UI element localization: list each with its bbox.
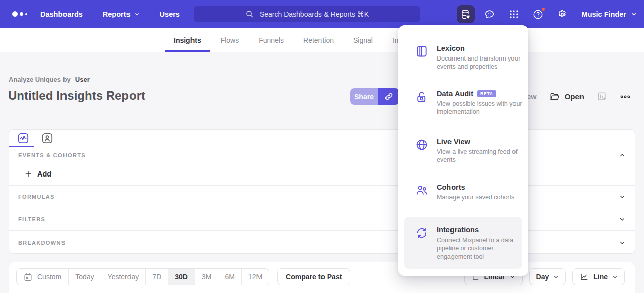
menu-item-description: View possible issues with your implement… [437,100,529,116]
feedback-button[interactable] [481,5,499,23]
segment-label: 30D [175,273,188,281]
tab-flows[interactable]: Flows [212,28,248,52]
report-tabbar: Insights Flows Funnels Retention Signal … [0,28,644,52]
menu-item-description: View a live streaming feed of events [437,148,529,164]
segment-label: Custom [37,273,61,281]
segment-label: 6M [225,273,234,281]
app-window: Dashboards Reports Users Search Dashboar… [0,0,644,293]
line-chart-icon [579,272,589,281]
logo-dot [25,13,27,15]
report-actions: New Open [522,88,631,105]
date-segment-custom[interactable]: Custom [17,269,69,285]
nav-item-users[interactable]: Users [160,10,180,18]
copy-link-button[interactable] [378,88,399,105]
menu-item-title: Cohorts [437,183,465,191]
menu-item-description: Connect Mixpanel to a data pipeline or c… [437,236,529,261]
tab-insights[interactable]: Insights [165,28,210,52]
workspace-selector[interactable]: Music Finder [582,10,637,18]
nav-item-reports[interactable]: Reports [103,10,140,18]
beta-badge: BETA [477,90,496,98]
database-gear-icon [460,9,471,20]
sync-arrows-icon [415,226,428,240]
events-cohorts-section-header[interactable]: EVENTS & COHORTS [9,147,635,163]
nav-item-label: Reports [103,10,131,18]
tab-label: Flows [221,36,239,44]
tab-retention[interactable]: Retention [294,28,343,52]
tab-funnels[interactable]: Funnels [249,28,293,52]
gear-icon [557,9,568,20]
breakdowns-section-header[interactable]: BREAKDOWNS [9,231,635,254]
segment-label: 3M [202,273,211,281]
menu-item-live-view[interactable]: Live View View a live streaming feed of … [398,138,528,164]
segment-label: Today [75,273,94,281]
formulas-section-header[interactable]: FORMULAS [9,186,635,208]
events-metrics-tab[interactable] [17,132,30,145]
date-segment-7d[interactable]: 7D [146,269,168,285]
search-icon [245,9,254,19]
nav-right-cluster: Music Finder [457,5,637,23]
date-segment-today[interactable]: Today [69,269,101,285]
tab-signal[interactable]: Signal [344,28,382,52]
data-management-button[interactable] [457,5,475,23]
tab-label: Retention [303,36,334,44]
folder-open-icon [549,91,560,102]
nav-links: Dashboards Reports Users [40,0,180,28]
page-title[interactable]: Untitled Insights Report [8,89,145,103]
context-value-user[interactable]: User [75,76,90,83]
granularity-selector-button[interactable]: Day [529,268,566,285]
menu-item-lexicon[interactable]: Lexicon Document and transform your even… [398,44,528,71]
compare-to-past-button[interactable]: Compare to Past [277,268,350,285]
search-input[interactable]: Search Dashboards & Reports ⌘K [194,6,420,22]
apps-grid-button[interactable] [505,5,523,23]
nav-item-label: Dashboards [40,10,83,18]
add-to-board-button[interactable] [597,91,607,102]
menu-item-title: Lexicon [437,44,465,52]
menu-item-text: Cohorts Manage your saved cohorts [437,183,529,201]
chat-bubble-icon [484,9,495,20]
add-event-button[interactable]: Add [24,170,51,178]
logo-dot [12,11,18,17]
ellipsis-icon [620,91,631,102]
search-placeholder: Search Dashboards & Reports ⌘K [260,10,369,18]
share-button[interactable]: Share [350,88,378,105]
date-segment-12m[interactable]: 12M [242,269,269,285]
filters-section-header[interactable]: FILTERS [9,208,635,231]
menu-item-text: Lexicon Document and transform your even… [437,44,529,71]
mixpanel-logo[interactable] [12,11,27,17]
nav-item-dashboards[interactable]: Dashboards [40,10,83,18]
menu-item-data-audit[interactable]: Data Audit BETA View possible issues wit… [398,90,528,116]
share-split-button: Share [350,88,399,105]
menu-item-integrations[interactable]: Integrations Connect Mixpanel to a data … [398,226,528,261]
data-management-dropdown: Lexicon Document and transform your even… [398,25,528,276]
section-label: BREAKDOWNS [18,240,66,246]
chart-toolbar-panel: Custom Today Yesterday 7D 30D 3M 6M 12M … [9,262,635,293]
chevron-down-icon [612,274,618,280]
user-profiles-tab[interactable] [41,132,54,145]
granularity-label: Day [536,273,549,281]
section-label: FILTERS [18,216,45,222]
active-builder-tab-underline [9,146,34,147]
chevron-down-icon [134,12,140,17]
help-button[interactable] [529,5,547,23]
menu-item-title: Data Audit [437,90,473,98]
date-segment-3m[interactable]: 3M [195,269,218,285]
menu-item-title: Live View [437,138,470,146]
globe-icon [415,138,428,151]
open-label: Open [565,92,584,101]
data-audit-lock-icon [415,90,428,103]
workspace-name: Music Finder [582,10,626,18]
context-prefix: Analyze Uniques by [9,76,71,83]
chart-type-selector-button[interactable]: Line [572,268,625,285]
logo-dot [20,12,23,16]
menu-item-cohorts[interactable]: Cohorts Manage your saved cohorts [398,183,528,201]
date-segment-30d[interactable]: 30D [168,269,195,285]
segment-label: 7D [152,273,161,281]
segment-label: 12M [248,273,262,281]
more-options-button[interactable] [620,91,631,102]
date-segment-6m[interactable]: 6M [218,269,241,285]
open-report-button[interactable]: Open [549,91,584,102]
grid-icon [508,9,520,20]
plus-icon [24,170,32,178]
settings-button[interactable] [553,5,571,23]
date-segment-yesterday[interactable]: Yesterday [101,269,146,285]
